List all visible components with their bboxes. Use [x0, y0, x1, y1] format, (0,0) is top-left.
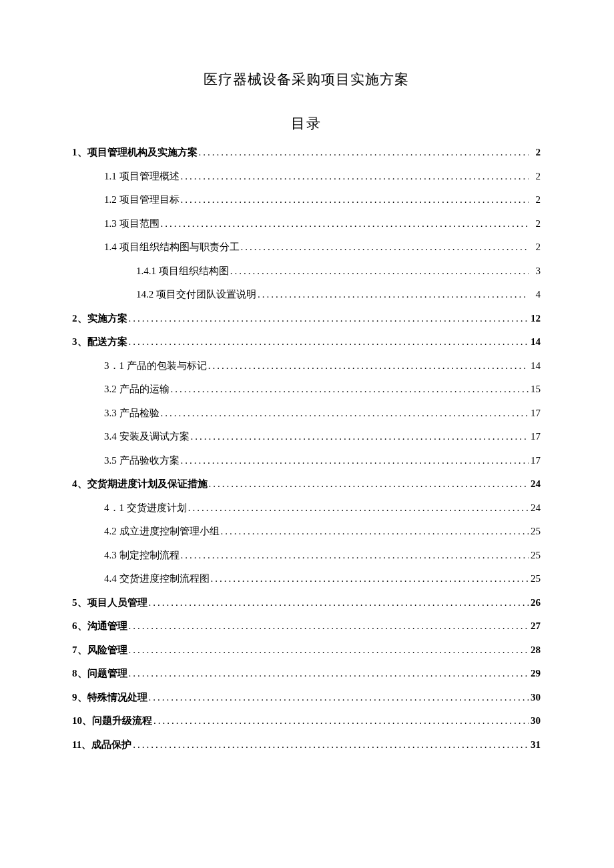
- document-title: 医疗器械设备采购项目实施方案: [72, 70, 541, 89]
- toc-entry-page: 25: [529, 526, 541, 536]
- toc-leader-dots: [160, 408, 529, 418]
- toc-entry-page: 17: [529, 456, 541, 466]
- toc-entry: 11、成品保护31: [72, 740, 541, 750]
- toc-entry: 8、问题管理29: [72, 669, 541, 679]
- toc-leader-dots: [180, 171, 529, 181]
- toc-entry: 1.1 项目管理概述2: [72, 171, 541, 181]
- toc-entry-label: 4、交货期进度计划及保证措施: [72, 479, 208, 489]
- toc-entry-page: 2: [529, 195, 541, 205]
- toc-entry-label: 1.3 项目范围: [104, 219, 160, 229]
- toc-entry-page: 15: [529, 384, 541, 394]
- toc-entry: 4、交货期进度计划及保证措施24: [72, 479, 541, 489]
- toc-entry: 7、风险管理28: [72, 645, 541, 655]
- toc-entry: 9、特殊情况处理30: [72, 693, 541, 703]
- toc-entry: 1、项目管理机构及实施方案2: [72, 147, 541, 157]
- toc-entry-label: 6、沟通管理: [72, 621, 127, 631]
- toc-entry-page: 30: [529, 693, 541, 703]
- toc-entry-label: 7、风险管理: [72, 645, 127, 655]
- toc-leader-dots: [180, 195, 529, 205]
- toc-entry-page: 24: [529, 503, 541, 513]
- toc-entry-page: 25: [529, 574, 541, 584]
- toc-entry-page: 2: [529, 242, 541, 252]
- toc-entry-label: 3．1 产品的包装与标记: [104, 361, 207, 371]
- toc-entry: 4.4 交货进度控制流程图 25: [72, 574, 541, 584]
- toc-entry-label: 4.4 交货进度控制流程图: [104, 574, 210, 584]
- toc-entry-label: 9、特殊情况处理: [72, 693, 147, 703]
- toc-leader-dots: [207, 361, 529, 371]
- toc-entry: 3、配送方案14: [72, 337, 541, 347]
- toc-entry-page: 2: [529, 147, 541, 157]
- toc-entry-label: 4.3 制定控制流程: [104, 550, 180, 560]
- toc-entry-label: 8、问题管理: [72, 669, 127, 679]
- toc-entry-label: 11、成品保护: [72, 740, 131, 750]
- toc-entry: 3.4 安装及调试方案 17: [72, 432, 541, 442]
- toc-entry: 4．1 交货进度计划 24: [72, 503, 541, 513]
- toc-entry: 1.4 项目组织结构图与职责分工2: [72, 242, 541, 252]
- toc-entry-label: 1.4 项目组织结构图与职责分工: [104, 242, 240, 252]
- toc-entry-label: 1.4.1 项目组织结构图: [136, 266, 229, 276]
- toc-leader-dots: [127, 314, 529, 324]
- toc-leader-dots: [147, 598, 529, 608]
- toc-leader-dots: [127, 669, 529, 679]
- toc-entry: 3.3 产品检验 17: [72, 408, 541, 418]
- toc-entry: 4.2 成立进度控制管理小组 25: [72, 526, 541, 536]
- toc-entry: 10、问题升级流程30: [72, 716, 541, 726]
- toc-entry-page: 14: [529, 361, 541, 371]
- toc-leader-dots: [198, 147, 529, 157]
- toc-entry-page: 31: [529, 740, 541, 750]
- toc-entry: 1.4.1 项目组织结构图3: [72, 266, 541, 276]
- toc-entry: 5、项目人员管理26: [72, 598, 541, 608]
- toc-entry-label: 1.2 项目管理目标: [104, 195, 180, 205]
- toc-entry-label: 3.2 产品的运输: [104, 384, 170, 394]
- toc-leader-dots: [147, 693, 529, 703]
- toc-leader-dots: [187, 503, 529, 513]
- toc-leader-dots: [127, 645, 529, 655]
- toc-entry: 3.2 产品的运输 15: [72, 384, 541, 394]
- table-of-contents: 1、项目管理机构及实施方案21.1 项目管理概述21.2 项目管理目标21.3 …: [72, 147, 541, 750]
- toc-leader-dots: [160, 219, 529, 229]
- toc-entry-label: 3.3 产品检验: [104, 408, 160, 418]
- toc-entry-label: 3、配送方案: [72, 337, 127, 347]
- toc-entry-page: 2: [529, 171, 541, 181]
- toc-entry-label: 10、问题升级流程: [72, 716, 152, 726]
- toc-leader-dots: [220, 526, 529, 536]
- toc-entry-page: 17: [529, 432, 541, 442]
- toc-entry-page: 4: [529, 290, 541, 300]
- toc-entry: 3．1 产品的包装与标记 14: [72, 361, 541, 371]
- toc-entry: 14.2 项目交付团队设置说明4: [72, 290, 541, 300]
- toc-entry: 6、沟通管理27: [72, 621, 541, 631]
- toc-leader-dots: [240, 242, 529, 252]
- toc-leader-dots: [180, 456, 529, 466]
- toc-leader-dots: [131, 740, 529, 750]
- toc-leader-dots: [208, 479, 529, 489]
- toc-entry-page: 28: [529, 645, 541, 655]
- toc-entry-label: 2、实施方案: [72, 314, 127, 324]
- toc-entry-label: 3.4 安装及调试方案: [104, 432, 190, 442]
- toc-entry-label: 5、项目人员管理: [72, 598, 147, 608]
- toc-entry: 2、实施方案12: [72, 314, 541, 324]
- toc-entry-page: 29: [529, 669, 541, 679]
- toc-entry-page: 12: [529, 314, 541, 324]
- toc-entry-page: 3: [529, 266, 541, 276]
- toc-leader-dots: [190, 432, 529, 442]
- toc-leader-dots: [229, 266, 529, 276]
- toc-entry: 1.2 项目管理目标2: [72, 195, 541, 205]
- toc-entry-label: 4.2 成立进度控制管理小组: [104, 526, 220, 536]
- toc-entry-page: 17: [529, 408, 541, 418]
- toc-entry: 3.5 产品验收方案 17: [72, 456, 541, 466]
- toc-entry-page: 24: [529, 479, 541, 489]
- toc-leader-dots: [210, 574, 529, 584]
- toc-entry-page: 27: [529, 621, 541, 631]
- toc-entry-page: 2: [529, 219, 541, 229]
- toc-entry-page: 30: [529, 716, 541, 726]
- toc-entry-label: 1.1 项目管理概述: [104, 171, 180, 181]
- toc-entry-page: 26: [529, 598, 541, 608]
- toc-heading: 目录: [72, 114, 541, 133]
- toc-entry: 4.3 制定控制流程 25: [72, 550, 541, 560]
- toc-entry-label: 14.2 项目交付团队设置说明: [136, 290, 256, 300]
- toc-entry-page: 25: [529, 550, 541, 560]
- toc-entry-label: 1、项目管理机构及实施方案: [72, 147, 198, 157]
- toc-leader-dots: [127, 337, 529, 347]
- toc-entry-page: 14: [529, 337, 541, 347]
- document-page: 医疗器械设备采购项目实施方案 目录 1、项目管理机构及实施方案21.1 项目管理…: [0, 0, 614, 750]
